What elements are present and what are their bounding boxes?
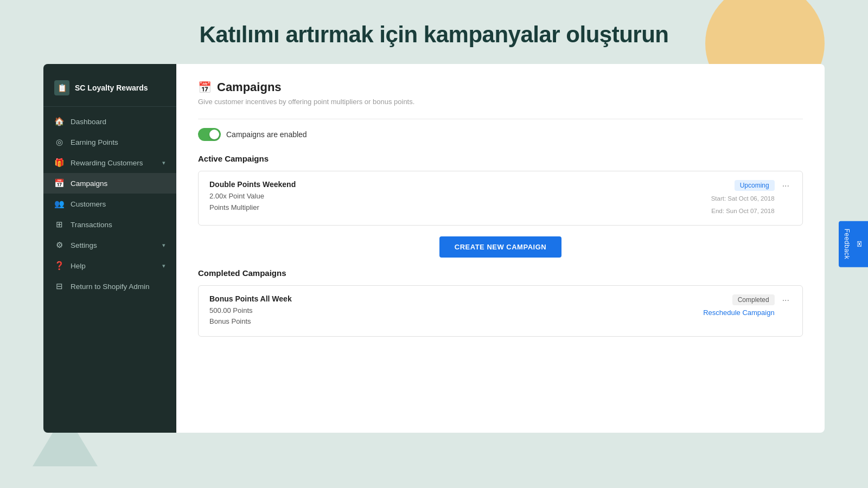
campaign-detail2-0: Points Multiplier bbox=[209, 202, 296, 214]
main-layout: 📋 SC Loyalty Rewards 🏠 Dashboard ◎ Earni… bbox=[43, 64, 825, 433]
sidebar-label-settings: Settings bbox=[71, 241, 156, 249]
sidebar-label-transactions: Transactions bbox=[71, 221, 165, 229]
sidebar-item-return-shopify[interactable]: ⊟ Return to Shopify Admin bbox=[43, 276, 176, 297]
sidebar-label-return: Return to Shopify Admin bbox=[71, 282, 165, 291]
active-campaigns-title: Active Campaigns bbox=[198, 154, 803, 163]
help-icon: ❓ bbox=[54, 261, 64, 271]
sidebar-label-earning: Earning Points bbox=[71, 138, 165, 146]
return-icon: ⊟ bbox=[54, 281, 64, 291]
campaigns-header: 📅 Campaigns bbox=[198, 80, 803, 94]
chevron-down-icon: ▾ bbox=[162, 159, 165, 166]
earning-icon: ◎ bbox=[54, 137, 64, 147]
campaigns-page-icon: 📅 bbox=[198, 81, 212, 94]
campaign-detail1-0: 2.00x Point Value bbox=[209, 191, 296, 202]
sidebar-label-campaigns: Campaigns bbox=[71, 179, 165, 188]
content-area: 📅 Campaigns Give customer incentives by … bbox=[176, 64, 825, 433]
sidebar-item-settings[interactable]: ⚙ Settings ▾ bbox=[43, 235, 176, 255]
campaign-end-date: End: Sun Oct 07, 2018 bbox=[711, 207, 775, 216]
campaigns-page-title: Campaigns bbox=[217, 80, 282, 94]
logo-icon: 📋 bbox=[54, 80, 69, 95]
completed-info-left: Bonus Points All Week 500.00 Points Bonu… bbox=[209, 294, 292, 328]
campaigns-icon: 📅 bbox=[54, 178, 64, 188]
feedback-tab[interactable]: ✉ Feedback bbox=[839, 221, 868, 267]
rewarding-icon: 🎁 bbox=[54, 158, 64, 168]
sidebar-logo-label: SC Loyalty Rewards bbox=[75, 84, 148, 92]
sidebar-item-rewarding-customers[interactable]: 🎁 Rewarding Customers ▾ bbox=[43, 152, 176, 173]
sidebar: 📋 SC Loyalty Rewards 🏠 Dashboard ◎ Earni… bbox=[43, 64, 176, 433]
campaign-info-left: Double Points Weekend 2.00x Point Value … bbox=[209, 180, 296, 214]
page-title: Katılımı artırmak için kampanyalar oluşt… bbox=[0, 22, 868, 48]
sidebar-label-help: Help bbox=[71, 262, 156, 270]
completed-detail2-0: Bonus Points bbox=[209, 316, 292, 328]
sidebar-label-dashboard: Dashboard bbox=[71, 118, 165, 126]
completed-card-top: Bonus Points All Week 500.00 Points Bonu… bbox=[209, 294, 792, 328]
completed-detail1-0: 500.00 Points bbox=[209, 305, 292, 317]
campaign-card-completed-0: Bonus Points All Week 500.00 Points Bonu… bbox=[198, 285, 803, 337]
sidebar-item-dashboard[interactable]: 🏠 Dashboard bbox=[43, 111, 176, 132]
sidebar-item-help[interactable]: ❓ Help ▾ bbox=[43, 255, 176, 276]
completed-campaign-name-0: Bonus Points All Week bbox=[209, 294, 292, 303]
chevron-down-icon-settings: ▾ bbox=[162, 242, 165, 249]
reschedule-link[interactable]: Reschedule Campaign bbox=[703, 309, 775, 317]
completed-card-right: Completed Reschedule Campaign ··· bbox=[703, 294, 792, 317]
campaigns-toggle[interactable] bbox=[198, 128, 221, 141]
campaign-dots-button-0[interactable]: ··· bbox=[780, 180, 792, 192]
feedback-icon: ✉ bbox=[855, 240, 864, 248]
sidebar-item-campaigns[interactable]: 📅 Campaigns bbox=[43, 173, 176, 194]
chevron-down-icon-help: ▾ bbox=[162, 262, 165, 269]
campaign-card-top: Double Points Weekend 2.00x Point Value … bbox=[209, 180, 792, 216]
completed-campaigns-title: Completed Campaigns bbox=[198, 268, 803, 278]
sidebar-label-customers: Customers bbox=[71, 200, 165, 208]
badge-completed: Completed bbox=[732, 294, 775, 305]
completed-right-info: Completed Reschedule Campaign bbox=[703, 294, 775, 317]
customers-icon: 👥 bbox=[54, 199, 64, 209]
page-header: Katılımı artırmak için kampanyalar oluşt… bbox=[0, 0, 868, 64]
sidebar-item-customers[interactable]: 👥 Customers bbox=[43, 194, 176, 214]
badge-upcoming: Upcoming bbox=[735, 180, 775, 191]
campaigns-subtitle: Give customer incentives by offering poi… bbox=[198, 98, 803, 106]
create-campaign-button[interactable]: CREATE NEW CAMPAIGN bbox=[439, 236, 561, 258]
toggle-label: Campaigns are enabled bbox=[226, 130, 307, 139]
settings-icon: ⚙ bbox=[54, 240, 64, 250]
sidebar-item-transactions[interactable]: ⊞ Transactions bbox=[43, 214, 176, 235]
campaign-right-info: Upcoming Start: Sat Oct 06, 2018 End: Su… bbox=[711, 180, 775, 216]
transactions-icon: ⊞ bbox=[54, 220, 64, 229]
sidebar-label-rewarding: Rewarding Customers bbox=[71, 159, 156, 167]
sidebar-item-earning-points[interactable]: ◎ Earning Points bbox=[43, 132, 176, 152]
sidebar-logo: 📋 SC Loyalty Rewards bbox=[43, 75, 176, 107]
campaign-card-right: Upcoming Start: Sat Oct 06, 2018 End: Su… bbox=[711, 180, 792, 216]
campaign-card-active-0: Double Points Weekend 2.00x Point Value … bbox=[198, 171, 803, 226]
toggle-row: Campaigns are enabled bbox=[198, 128, 803, 141]
feedback-label: Feedback bbox=[843, 229, 851, 260]
completed-dots-button-0[interactable]: ··· bbox=[780, 294, 792, 306]
divider-top bbox=[198, 119, 803, 119]
campaign-name-0: Double Points Weekend bbox=[209, 180, 296, 189]
home-icon: 🏠 bbox=[54, 117, 64, 126]
campaign-start-date: Start: Sat Oct 06, 2018 bbox=[711, 194, 775, 203]
